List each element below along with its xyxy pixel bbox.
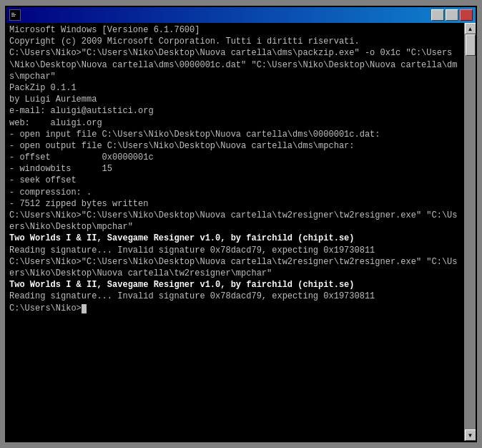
scroll-thumb[interactable] [466, 34, 476, 56]
minimize-button[interactable] [431, 9, 444, 21]
console-line: - open output file C:\Users\Niko\Desktop… [9, 140, 461, 152]
svg-rect-2 [11, 14, 16, 15]
maximize-button[interactable] [446, 9, 458, 21]
cmd-icon [9, 9, 21, 21]
console-line: Copyright (c) 2009 Microsoft Corporation… [9, 36, 461, 47]
scroll-down-button[interactable]: ▼ [465, 429, 476, 441]
console-line: Microsoft Windows [Versione 6.1.7600] [9, 24, 461, 36]
close-button[interactable] [460, 9, 473, 21]
console-line: PackZip 0.1.1 [9, 82, 461, 94]
console-line: Reading signature... Invalid signature 0… [9, 245, 461, 256]
scroll-track[interactable] [465, 34, 476, 429]
console-line: Reading signature... Invalid signature 0… [9, 291, 461, 302]
console-line: Two Worlds I & II, Savegame Resigner v1.… [9, 233, 461, 244]
title-bar-left [9, 9, 24, 21]
console-line: C:\Users\Niko>"C:\Users\Niko\Desktop\Nuo… [9, 256, 461, 279]
console-line: - 7512 zipped bytes written [9, 198, 461, 210]
title-bar [6, 7, 476, 23]
console-line: - windowbits 15 [9, 163, 461, 175]
scroll-up-button[interactable]: ▲ [465, 23, 476, 34]
title-buttons [431, 9, 473, 21]
cursor [82, 304, 87, 313]
scrollbar[interactable]: ▲ ▼ [464, 23, 476, 441]
console-line: e-mail: aluigi@autistici.org [9, 105, 461, 117]
console-area: Microsoft Windows [Versione 6.1.7600]Cop… [6, 23, 476, 441]
svg-rect-3 [11, 16, 15, 16]
console-line: by Luigi Auriemma [9, 94, 461, 105]
cmd-window: Microsoft Windows [Versione 6.1.7600]Cop… [5, 6, 477, 442]
console-output[interactable]: Microsoft Windows [Versione 6.1.7600]Cop… [6, 23, 464, 441]
svg-rect-1 [11, 13, 14, 14]
console-line: C:\Users\Niko>"C:\Users\Niko\Desktop\Nuo… [9, 210, 461, 233]
console-line: - compression: . [9, 187, 461, 198]
console-line: web: aluigi.org [9, 117, 461, 129]
console-line: - seek offset [9, 175, 461, 186]
console-line: Two Worlds I & II, Savegame Resigner v1.… [9, 279, 461, 291]
console-line: C:\Users\Niko> [9, 303, 461, 314]
console-text: Microsoft Windows [Versione 6.1.7600]Cop… [9, 24, 461, 314]
console-line: C:\Users\Niko>"C:\Users\Niko\Desktop\Nuo… [9, 47, 461, 82]
console-line: - offset 0x0000001c [9, 152, 461, 163]
console-line: - open input file C:\Users\Niko\Desktop\… [9, 129, 461, 140]
